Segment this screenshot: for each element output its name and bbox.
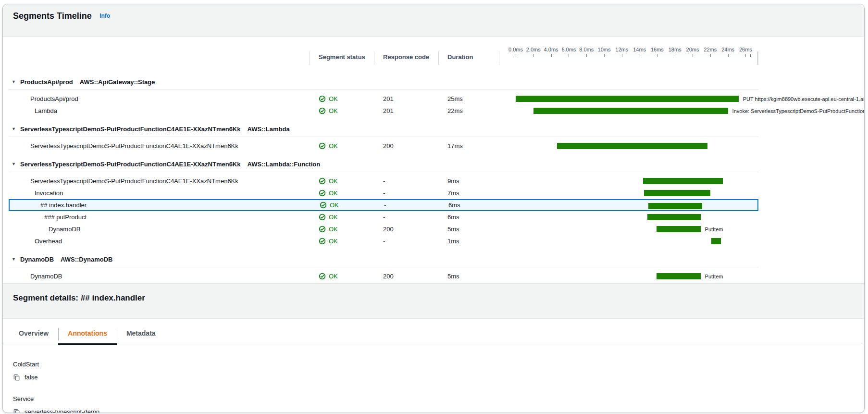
chevron-down-icon[interactable]: ▼ (12, 127, 16, 131)
segment-status-column-header: Segment status (310, 37, 374, 71)
ruler-tick (516, 54, 516, 57)
timeline-cell (499, 211, 758, 223)
bar-label: Invoke: ServerlessTypescriptDemoS-PutPro… (732, 108, 865, 114)
segment-row[interactable]: ServerlessTypescriptDemoS-PutProductFunc… (9, 140, 758, 152)
ruler-tick (622, 54, 622, 57)
response-code: 200 (374, 273, 438, 280)
segments-table: Segment status Response code Duration 0.… (9, 37, 758, 283)
segments-timeline-panel: Segments Timeline Info Segment status Re… (2, 4, 865, 413)
group-header[interactable]: ▼ProductsApi/prodAWS::ApiGateway::Stage (9, 75, 758, 90)
ruler-tick (710, 54, 711, 57)
duration-bar[interactable] (643, 178, 723, 184)
duration-value: 17ms (438, 142, 499, 150)
status-text: OK (329, 238, 338, 245)
segment-status: OK (310, 189, 374, 197)
duration-bar[interactable] (711, 238, 721, 244)
chevron-down-icon[interactable]: ▼ (12, 162, 16, 166)
group-rows: ServerlessTypescriptDemoS-PutProductFunc… (9, 137, 758, 153)
ok-status-icon (319, 213, 326, 221)
duration-bar[interactable] (533, 108, 728, 114)
ruler-tick (745, 54, 746, 57)
bar-label: PutItem (705, 274, 723, 279)
tab-metadata[interactable]: Metadata (117, 326, 165, 345)
ruler-tick (728, 54, 729, 57)
group-name: ProductsApi/prod (20, 78, 73, 86)
timeline-cell (499, 175, 758, 187)
chevron-down-icon[interactable]: ▼ (12, 257, 16, 262)
group-type: AWS::Lambda (248, 125, 290, 133)
ruler-tick (675, 54, 675, 57)
segment-row[interactable]: ProductsApi/prodOK20125msPUT https://kgi… (9, 93, 758, 105)
duration-bar[interactable] (657, 273, 701, 279)
copy-value-button[interactable] (13, 374, 20, 381)
timeline-ruler: 0.0ms2.0ms4.0ms6.0ms8.0ms10ms12ms14ms16m… (499, 37, 758, 71)
chevron-down-icon[interactable]: ▼ (12, 80, 16, 84)
segment-name: DynamoDB (9, 273, 310, 280)
duration-bar[interactable] (516, 96, 739, 102)
group-type: AWS::Lambda::Function (248, 161, 321, 168)
group-header[interactable]: ▼DynamoDBAWS::DynamoDB (9, 253, 758, 267)
segment-row[interactable]: LambdaOK20122msInvoke: ServerlessTypescr… (9, 105, 758, 117)
segment-status: OK (310, 95, 374, 102)
segment-details-title: Segment details: ## index.handler (13, 293, 145, 302)
status-text: OK (329, 273, 338, 280)
duration-value: 25ms (438, 95, 499, 102)
segment-name: ServerlessTypescriptDemoS-PutProductFunc… (9, 142, 310, 150)
segment-status: OK (310, 213, 374, 221)
info-link[interactable]: Info (99, 13, 110, 19)
status-text: OK (330, 201, 339, 209)
ok-status-icon (319, 95, 326, 102)
duration-label: Duration (447, 53, 473, 61)
group-rows: ProductsApi/prodOK20125msPUT https://kgi… (9, 90, 758, 118)
duration-bar[interactable] (657, 226, 701, 232)
annotation-value: false (25, 374, 37, 381)
copy-icon (13, 408, 20, 413)
group-header[interactable]: ▼ServerlessTypescriptDemoS-PutProductFun… (9, 123, 758, 137)
annotation-value: serverless-typescript-demo (25, 408, 99, 413)
ok-status-icon (319, 238, 326, 245)
segment-row[interactable]: ServerlessTypescriptDemoS-PutProductFunc… (9, 175, 758, 187)
duration-bar[interactable] (648, 203, 702, 209)
timeline-cell: Invoke: ServerlessTypescriptDemoS-PutPro… (499, 105, 758, 117)
response-code: 200 (374, 142, 438, 150)
status-text: OK (329, 107, 338, 114)
segment-name: ProductsApi/prod (9, 95, 310, 102)
segment-status: OK (310, 226, 374, 233)
timeline-cell: PutItem (499, 270, 758, 282)
segment-row[interactable]: ### putProductOK-6ms (9, 211, 758, 223)
ok-status-icon (320, 201, 327, 209)
details-tabs: OverviewAnnotationsMetadata (3, 326, 864, 345)
ok-status-icon (319, 107, 326, 114)
segment-status: OK (310, 201, 375, 209)
duration-value: 9ms (438, 177, 499, 185)
ruler-end-tick (750, 54, 751, 57)
duration-bar[interactable] (557, 143, 707, 149)
timeline-cell (499, 235, 758, 247)
segment-row[interactable]: OverheadOK-1ms (9, 235, 758, 247)
ok-status-icon (319, 177, 326, 185)
segment-name: Overhead (9, 238, 310, 245)
segment-row[interactable]: InvocationOK-7ms (9, 187, 758, 199)
segment-name: ### putProduct (9, 213, 310, 221)
segment-status: OK (310, 238, 374, 245)
annotation-item: Serviceserverless-typescript-demo (13, 395, 864, 413)
timeline-column-header: 0.0ms2.0ms4.0ms6.0ms8.0ms10ms12ms14ms16m… (499, 37, 758, 71)
segment-row[interactable]: ## index.handlerOK-6ms (9, 199, 758, 211)
duration-bar[interactable] (647, 214, 700, 220)
response-code: - (375, 201, 439, 209)
tab-overview[interactable]: Overview (19, 326, 58, 345)
segment-row[interactable]: DynamoDBOK2005msPutItem (9, 270, 758, 282)
copy-icon (13, 374, 20, 381)
response-code: - (374, 213, 438, 221)
segment-status-label: Segment status (319, 53, 365, 61)
group-header[interactable]: ▼ServerlessTypescriptDemoS-PutProductFun… (9, 158, 758, 172)
segment-row[interactable]: DynamoDBOK2005msPutItem (9, 223, 758, 235)
copy-value-button[interactable] (13, 408, 20, 413)
status-text: OK (329, 189, 338, 197)
duration-value: 1ms (438, 238, 499, 245)
duration-bar[interactable] (644, 190, 710, 196)
segment-status: OK (310, 107, 374, 114)
segment-name: Lambda (9, 107, 310, 114)
timeline-cell: PUT https://kgim8890wb.execute-api.eu-ce… (499, 93, 758, 105)
tab-annotations[interactable]: Annotations (58, 326, 117, 345)
